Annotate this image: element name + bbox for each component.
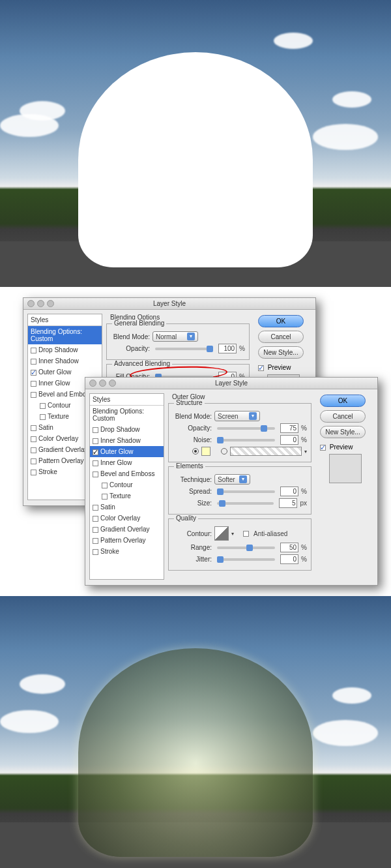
preview-checkbox[interactable]: [320, 445, 326, 451]
blend-mode-select[interactable]: Screen▾: [214, 411, 260, 421]
cancel-button[interactable]: Cancel: [320, 410, 366, 423]
chevron-down-icon: ▾: [187, 333, 195, 340]
styles-list: Styles Blending Options: Custom Drop Sha…: [89, 393, 164, 580]
spread-input[interactable]: 0: [280, 486, 298, 496]
color-radio[interactable]: [192, 448, 199, 455]
elements-group: Elements Technique: Softer▾ Spread: 0 % …: [168, 466, 311, 515]
top-result-image: [0, 0, 391, 287]
blending-options-item[interactable]: Blending Options: Custom: [28, 326, 102, 344]
preview-swatch: [329, 454, 362, 483]
opacity-input[interactable]: 75: [280, 423, 298, 433]
close-icon[interactable]: [89, 380, 96, 387]
opacity-slider[interactable]: [155, 348, 213, 350]
dialog-titlebar[interactable]: Layer Style: [85, 378, 377, 389]
sidebar-item-pattern-overlay[interactable]: Pattern Overlay: [90, 535, 164, 546]
size-slider[interactable]: [217, 502, 274, 505]
range-input[interactable]: 50: [280, 543, 298, 552]
noise-input[interactable]: 0: [280, 435, 298, 445]
ok-button[interactable]: OK: [320, 395, 366, 407]
minimize-icon[interactable]: [99, 380, 106, 387]
quality-group: Quality Contour: ▾ Anti-aliased Range: 5…: [168, 518, 311, 571]
minimize-icon[interactable]: [37, 300, 44, 307]
contour-picker[interactable]: [214, 526, 229, 541]
sidebar-item-drop-shadow[interactable]: Drop Shadow: [90, 424, 164, 435]
jitter-slider[interactable]: [217, 558, 275, 561]
spread-slider[interactable]: [217, 490, 275, 493]
bottom-result-image: [0, 596, 391, 868]
opacity-slider[interactable]: [217, 427, 275, 430]
styles-header[interactable]: Styles: [28, 314, 102, 326]
preview-checkbox[interactable]: [258, 365, 264, 371]
blending-options-item[interactable]: Blending Options: Custom: [90, 406, 164, 424]
anti-aliased-checkbox[interactable]: [243, 531, 249, 537]
layer-style-dialog-outer-glow: Layer Style Styles Blending Options: Cus…: [85, 377, 378, 586]
sidebar-item-gradient-overlay[interactable]: Gradient Overlay: [90, 524, 164, 535]
sidebar-item-drop-shadow[interactable]: Drop Shadow: [28, 344, 102, 355]
gradient-radio[interactable]: [221, 448, 227, 455]
sidebar-item-texture[interactable]: Texture: [90, 490, 164, 501]
glow-dome-result: [78, 648, 313, 857]
close-icon[interactable]: [27, 300, 35, 307]
new-style-button[interactable]: New Style...: [320, 426, 366, 438]
chevron-down-icon: ▾: [239, 475, 247, 483]
new-style-button[interactable]: New Style...: [258, 346, 304, 359]
cancel-button[interactable]: Cancel: [258, 331, 304, 343]
sidebar-item-outer-glow[interactable]: Outer Glow: [90, 446, 164, 457]
opacity-input[interactable]: 100: [218, 344, 237, 353]
noise-slider[interactable]: [217, 439, 275, 441]
chevron-down-icon: ▾: [249, 412, 257, 420]
white-dome-shape: [78, 52, 313, 267]
range-slider[interactable]: [217, 546, 275, 549]
zoom-icon[interactable]: [47, 300, 54, 307]
styles-header[interactable]: Styles: [90, 394, 164, 406]
technique-select[interactable]: Softer▾: [214, 474, 250, 485]
structure-group: Structure Blend Mode: Screen▾ Opacity: 7…: [168, 403, 311, 462]
glow-color-swatch[interactable]: [201, 447, 210, 456]
sidebar-item-color-overlay[interactable]: Color Overlay: [90, 513, 164, 524]
blend-mode-select[interactable]: Normal▾: [152, 331, 198, 342]
general-blending-group: General Blending Blend Mode: Normal▾ Opa…: [106, 323, 250, 360]
size-input[interactable]: 5: [279, 498, 297, 508]
dialog-titlebar[interactable]: Layer Style: [23, 298, 315, 310]
gradient-picker[interactable]: [230, 447, 302, 456]
sidebar-item-stroke[interactable]: Stroke: [90, 546, 164, 557]
sidebar-item-inner-shadow[interactable]: Inner Shadow: [28, 355, 102, 367]
sidebar-item-bevel[interactable]: Bevel and Emboss: [90, 468, 164, 479]
dialog-buttons: OK Cancel New Style... Preview: [320, 395, 371, 486]
dialog-title: Layer Style: [153, 300, 186, 307]
sidebar-item-contour[interactable]: Contour: [90, 479, 164, 490]
sidebar-item-satin[interactable]: Satin: [90, 501, 164, 513]
jitter-input[interactable]: 0: [280, 554, 298, 564]
ok-button[interactable]: OK: [258, 315, 304, 327]
sidebar-item-inner-shadow[interactable]: Inner Shadow: [90, 435, 164, 446]
dialog-title: Layer Style: [215, 380, 248, 387]
sidebar-item-outer-glow[interactable]: Outer Glow: [28, 367, 102, 378]
sidebar-item-inner-glow[interactable]: Inner Glow: [90, 457, 164, 468]
zoom-icon[interactable]: [109, 380, 116, 387]
